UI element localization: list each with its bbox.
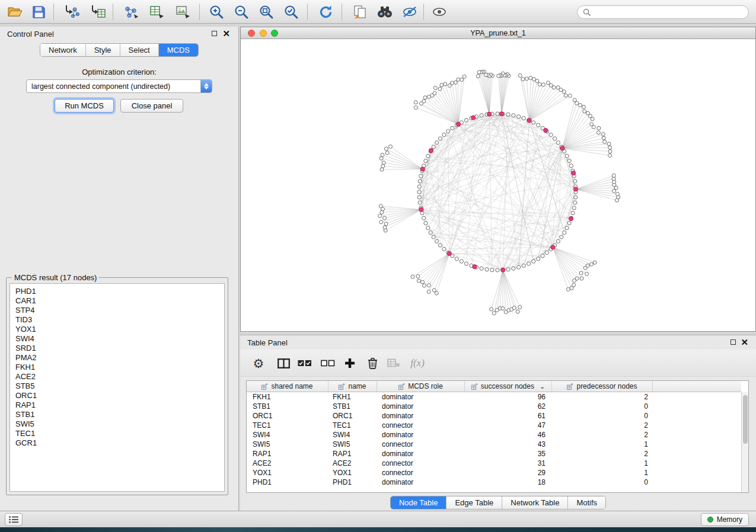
import-network-button[interactable]	[60, 2, 83, 21]
column-menu-caret-icon[interactable]: ⌄	[540, 383, 545, 390]
show-columns-button[interactable]	[273, 354, 294, 373]
import-table-button[interactable]	[87, 2, 109, 21]
select-all-button[interactable]	[295, 354, 315, 373]
tab-node-table[interactable]: Node Table	[391, 496, 447, 509]
zoom-selected-button[interactable]	[280, 2, 302, 21]
hide-panel-button[interactable]	[398, 2, 421, 21]
clear-table-button[interactable]	[384, 354, 404, 373]
task-history-button[interactable]	[5, 513, 23, 526]
column-header-shared-name[interactable]: shared name	[247, 381, 328, 392]
mcds-result-item[interactable]: SWI5	[15, 419, 224, 429]
table-row[interactable]: TEC1TEC1connector472	[247, 421, 741, 430]
mcds-result-item[interactable]: FKH1	[15, 363, 224, 372]
table-cell: connector	[377, 459, 465, 467]
memory-status-icon	[707, 517, 713, 523]
search-box[interactable]	[577, 5, 749, 19]
refresh-button[interactable]	[314, 2, 337, 21]
network-graph[interactable]	[241, 39, 755, 331]
tab-edge-table[interactable]: Edge Table	[446, 496, 502, 509]
table-cell: 1	[552, 459, 653, 467]
export-table-button[interactable]	[146, 2, 168, 21]
mcds-result-item[interactable]: RAP1	[15, 400, 224, 410]
table-row[interactable]: ACE2ACE2connector311	[247, 459, 741, 468]
window-minimize-button[interactable]	[260, 30, 267, 37]
save-button[interactable]	[27, 2, 50, 21]
scrollbar-thumb[interactable]	[743, 395, 748, 444]
search-input[interactable]	[594, 8, 743, 17]
zoom-out-button[interactable]	[230, 2, 253, 21]
table-cell: YOX1	[328, 469, 377, 477]
table-settings-button[interactable]: ⚙	[248, 354, 269, 373]
deselect-all-button[interactable]	[318, 354, 338, 373]
window-close-button[interactable]	[248, 30, 255, 37]
mcds-result-item[interactable]: ORC1	[15, 391, 224, 400]
run-mcds-button[interactable]: Run MCDS	[55, 99, 114, 113]
mcds-result-item[interactable]: SWI4	[15, 334, 224, 344]
tab-select[interactable]: Select	[120, 44, 159, 56]
column-header-name[interactable]: name	[328, 381, 377, 392]
table-row[interactable]: SWI4SWI4dominator462	[247, 430, 741, 440]
node-table: shared namenameMCDS rolesuccessor nodes⌄…	[246, 380, 749, 493]
table-body: FKH1FKH1dominator962STB1STB1dominator620…	[247, 392, 741, 492]
tab-network[interactable]: Network	[40, 44, 86, 56]
table-row[interactable]: SWI5SWI5connector431	[247, 440, 741, 449]
mcds-result-item[interactable]: TEC1	[15, 429, 224, 438]
memory-button[interactable]: Memory	[701, 513, 749, 526]
column-header-successor-nodes[interactable]: successor nodes⌄	[465, 381, 552, 392]
mcds-result-item[interactable]: GCR1	[15, 438, 224, 448]
list-icon	[9, 516, 18, 523]
mcds-result-item[interactable]: PHD1	[15, 287, 224, 296]
tab-motifs[interactable]: Motifs	[568, 496, 605, 509]
table-row[interactable]: RAP1RAP1dominator352	[247, 449, 741, 459]
find-button[interactable]	[374, 2, 396, 21]
export-network-button[interactable]	[120, 2, 142, 21]
column-header-predecessor-nodes[interactable]: predecessor nodes	[552, 381, 653, 392]
zoom-fit-button[interactable]	[255, 2, 277, 21]
close-control-panel-button[interactable]: ✕	[222, 30, 230, 37]
table-row[interactable]: ORC1ORC1dominator610	[247, 411, 741, 421]
network-window-titlebar[interactable]: YPA_prune.txt_1	[241, 27, 755, 39]
mcds-result-item[interactable]: STB1	[15, 410, 224, 419]
mcds-result-item[interactable]: ACE2	[15, 372, 224, 382]
tab-network-table[interactable]: Network Table	[502, 496, 568, 509]
mcds-result-item[interactable]: TID3	[15, 315, 224, 325]
mcds-result-item[interactable]: SRD1	[15, 344, 224, 353]
delete-column-button[interactable]	[362, 354, 382, 373]
show-panel-button[interactable]	[428, 2, 451, 21]
table-row[interactable]: FKH1FKH1dominator962	[247, 392, 741, 402]
column-header-MCDS-role[interactable]: MCDS role	[377, 381, 465, 392]
clone-network-button[interactable]	[349, 2, 371, 21]
table-scrollbar[interactable]	[741, 392, 748, 492]
window-maximize-button[interactable]	[271, 30, 278, 37]
toolbar-separator	[113, 4, 113, 20]
table-row[interactable]: STB1STB1dominator620	[247, 402, 741, 411]
zoom-selected-icon	[283, 4, 299, 20]
close-table-panel-button[interactable]: ✕	[741, 339, 748, 346]
mcds-result-list[interactable]: PHD1CAR1STP4TID3YOX1SWI4SRD1PMA2FKH1ACE2…	[9, 283, 225, 492]
control-tabs: NetworkStyleSelectMCDS	[40, 43, 199, 57]
mcds-result-title: MCDS result (17 nodes)	[12, 273, 99, 282]
network-canvas[interactable]	[241, 39, 755, 331]
tab-style[interactable]: Style	[86, 44, 120, 56]
mcds-result-item[interactable]: STB5	[15, 382, 224, 391]
mcds-result-item[interactable]: PMA2	[15, 353, 224, 363]
add-column-button[interactable]	[340, 354, 360, 373]
table-row[interactable]: YOX1YOX1connector291	[247, 468, 741, 477]
table-row[interactable]: PHD1PHD1dominator180	[247, 477, 741, 487]
float-panel-button[interactable]	[212, 31, 217, 36]
function-builder-button[interactable]: f(x)	[407, 354, 428, 373]
close-panel-button[interactable]: Close panel	[120, 99, 183, 113]
control-panel: Control Panel ✕ NetworkStyleSelectMCDS O…	[0, 27, 239, 511]
export-image-button[interactable]	[172, 2, 194, 21]
column-sort-icon	[567, 383, 573, 390]
optimization-dropdown[interactable]: largest connected component (undirected)	[26, 79, 212, 93]
open-file-button[interactable]	[4, 2, 26, 21]
mcds-result-item[interactable]: CAR1	[15, 296, 224, 306]
table-cell: RAP1	[328, 450, 377, 458]
column-sort-icon	[398, 383, 405, 390]
float-table-panel-button[interactable]	[731, 339, 736, 345]
tab-mcds[interactable]: MCDS	[159, 44, 198, 56]
mcds-result-item[interactable]: YOX1	[15, 325, 224, 334]
mcds-result-item[interactable]: STP4	[15, 306, 224, 315]
zoom-in-button[interactable]	[205, 2, 228, 21]
